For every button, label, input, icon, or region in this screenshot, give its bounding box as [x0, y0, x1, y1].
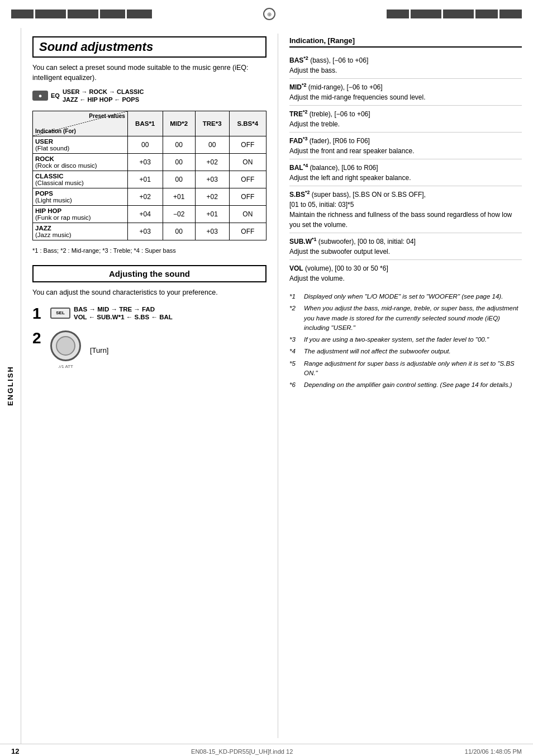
mode-desc-4: (Funk or rap music) [35, 214, 91, 221]
tre-cell-4: +01 [195, 206, 229, 223]
sbs-cell-5: OFF [229, 223, 266, 240]
fn-text-3: The adjustment will not affect the subwo… [304, 347, 451, 356]
eq-diagram: ● EQ USER → ROCK → CLASSIC JAZZ ← HIP HO… [32, 88, 266, 103]
ind-sup-3: *3 [303, 136, 308, 141]
mark-rect-3 [68, 10, 98, 18]
mode-name-5: JAZZ [35, 225, 51, 231]
fn-text-4: Range adjustment for super bass is adjus… [304, 359, 522, 379]
footer-file: EN08-15_KD-PDR55[U_UH]f.indd 12 [191, 748, 293, 755]
fn-star-5: *6 [289, 380, 302, 390]
table-diagonal-header: Preset values Indication (For) [33, 111, 128, 136]
eq-flow-diagram: USER → ROCK → CLASSIC JAZZ ← HIP HOP ← P… [63, 88, 144, 103]
step-1-number: 1 [32, 306, 46, 322]
sbs-cell-1: ON [229, 154, 266, 171]
sound-adjustments-intro: You can select a preset sound mode suita… [32, 63, 266, 83]
mode-desc-2: (Classical music) [35, 179, 84, 186]
footer-date: 11/20/06 1:48:05 PM [465, 748, 522, 755]
ind-range-2: (treble), [−06 to +06] [308, 110, 370, 118]
mid-cell-0: 00 [163, 136, 195, 154]
indication-cell-0: USER (Flat sound) [33, 136, 128, 154]
eq-flow-text1: USER → ROCK → CLASSIC [63, 88, 144, 95]
mode-desc-1: (Rock or disco music) [35, 162, 97, 169]
indication-item-7: VOL (volume), [00 to 30 or 50 *6] Adjust… [289, 260, 522, 286]
mark-rect-7 [411, 10, 441, 18]
sbs-cell-3: OFF [229, 188, 266, 206]
page-number: 12 [11, 747, 19, 755]
ind-desc-1: Adjust the mid-range frequencies sound l… [289, 92, 522, 102]
mode-name-3: POPS [35, 190, 53, 197]
step1-flow-text2: VOL ← SUB.W*1 ← S.BS ← BAL [74, 314, 173, 320]
sound-adjustments-title: Sound adjustments [32, 36, 266, 58]
page-wrapper: ENGLISH Sound adjustments You can select… [0, 28, 533, 744]
col-bas-header: BAS*1 [127, 111, 163, 136]
preset-values-label: Preset values [89, 113, 125, 119]
sidebar: ENGLISH [0, 28, 21, 744]
ind-range-6: (subwoofer), [00 to 08, initial: 04] [317, 238, 416, 245]
sel-button: SEL [50, 308, 70, 319]
indication-cell-2: CLASSIC (Classical music) [33, 171, 128, 188]
mode-name-4: HIP HOP [35, 207, 61, 214]
fn-star-1: *2 [289, 304, 302, 333]
ind-label-6: SUB.W*1 (subwoofer), [00 to 08, initial:… [289, 238, 416, 245]
bas-cell-0: 00 [127, 136, 163, 154]
step1-flow-text1: BAS → MID → TRE → FAD [74, 306, 155, 313]
mid-cell-2: 00 [163, 171, 195, 188]
col-mid-header: MID*2 [163, 111, 195, 136]
ind-range-5: (super bass), [S.BS ON or S.BS OFF],[01 … [289, 191, 426, 209]
indication-item-5: S.BS*2 (super bass), [S.BS ON or S.BS OF… [289, 186, 522, 233]
page-bottom: 12 EN08-15_KD-PDR55[U_UH]f.indd 12 11/20… [0, 744, 533, 756]
adjusting-sound-title: Adjusting the sound [32, 265, 266, 282]
ind-desc-7: Adjust the volume. [289, 273, 522, 284]
step-1: 1 SEL BAS → MID → TRE → FAD VOL ← SUB.W*… [32, 306, 266, 322]
mark-rect-10 [499, 10, 522, 18]
sbs-cell-2: OFF [229, 171, 266, 188]
indication-cell-4: HIP HOP (Funk or rap music) [33, 206, 128, 223]
ind-sup-0: *2 [303, 55, 308, 61]
ind-label-4: BAL*4 (balance), [L06 to R06] [289, 164, 378, 172]
mid-cell-1: 00 [163, 154, 195, 171]
ind-label-3: FAD*3 (fader), [R06 to F06] [289, 137, 370, 145]
fn-star-2: *3 [289, 335, 302, 344]
ind-sup-6: *1 [312, 237, 317, 242]
fn-text-0: Displayed only when "L/O MODE" is set to… [304, 292, 503, 301]
ind-range-4: (balance), [L06 to R06] [308, 164, 378, 172]
ind-sup-4: *4 [303, 163, 308, 168]
mark-rect-8 [443, 10, 474, 18]
ind-desc-6: Adjust the subwoofer output level. [289, 247, 522, 257]
step-2-number: 2 [32, 330, 46, 346]
ind-sup-1: *2 [302, 82, 307, 88]
indication-item-0: BAS*2 (bass), [−06 to +06] Adjust the ba… [289, 52, 522, 79]
footnote-item-3: *4 The adjustment will not affect the su… [289, 347, 522, 356]
eq-flow-line2: JAZZ ← HIP HOP ← POPS [63, 96, 144, 103]
knob-inner [56, 336, 75, 356]
bas-cell-3: +02 [127, 188, 163, 206]
eq-button-label: ● [39, 92, 42, 99]
bas-cell-5: +03 [127, 223, 163, 240]
fn-star-4: *5 [289, 359, 302, 379]
step1-flow: BAS → MID → TRE → FAD VOL ← SUB.W*1 ← S.… [74, 306, 173, 320]
table-row: HIP HOP (Funk or rap music) +04 −02 +01 … [33, 206, 266, 223]
main-content: Sound adjustments You can select a prese… [21, 28, 533, 744]
ind-desc-4: Adjust the left and right speaker balanc… [289, 173, 522, 183]
footnote-item-5: *6 Depending on the amplifier gain contr… [289, 380, 522, 390]
table-row: JAZZ (Jazz music) +03 00 +03 OFF [33, 223, 266, 240]
table-row: ROCK (Rock or disco music) +03 00 +02 ON [33, 154, 266, 171]
mark-rect-6 [387, 10, 409, 18]
left-column: Sound adjustments You can select a prese… [21, 34, 278, 738]
sel-button-label: SEL [56, 310, 65, 315]
ind-desc-2: Adjust the treble. [289, 119, 522, 129]
adjusting-sound-intro: You can adjust the sound characteristics… [32, 288, 266, 298]
eq-flow-line1: USER → ROCK → CLASSIC [63, 88, 144, 95]
fn-star-3: *4 [289, 347, 302, 356]
col-sbs-header: S.BS*4 [229, 111, 266, 136]
adjusting-sound-section: Adjusting the sound You can adjust the s… [32, 265, 266, 370]
footnote-item-1: *2 When you adjust the bass, mid-range, … [289, 304, 522, 333]
fn-text-2: If you are using a two-speaker system, s… [304, 335, 489, 344]
ind-desc-0: Adjust the bass. [289, 65, 522, 75]
table-footnote: *1 : Bass; *2 : Mid-range; *3 : Treble; … [32, 247, 266, 254]
diagonal-header-inner: Preset values Indication (For) [33, 111, 127, 136]
ind-sup-2: *2 [303, 109, 308, 115]
indication-item-4: BAL*4 (balance), [L06 to R06] Adjust the… [289, 159, 522, 186]
sbs-cell-0: OFF [229, 136, 266, 154]
bas-cell-4: +04 [127, 206, 163, 223]
